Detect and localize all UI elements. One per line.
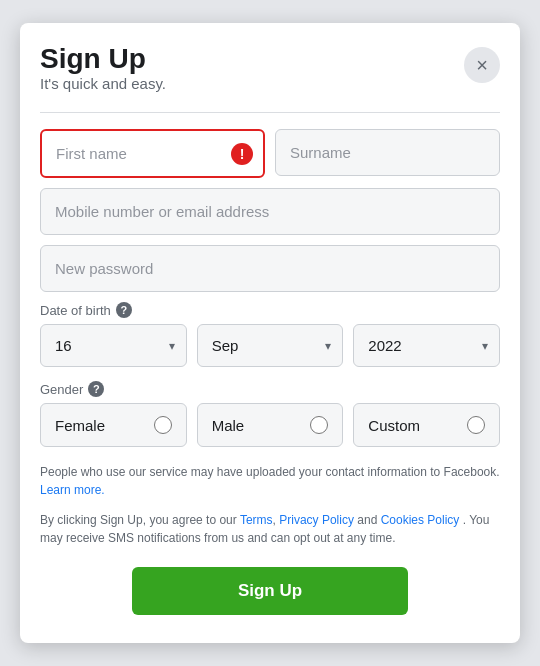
surname-wrapper [275, 129, 500, 178]
contact-info-text: People who use our service may have uplo… [40, 463, 500, 499]
cookies-link[interactable]: Cookies Policy [381, 513, 460, 527]
gender-label-text: Gender [40, 382, 83, 397]
gender-help-icon[interactable]: ? [88, 381, 104, 397]
gender-row: Female Male Custom [40, 403, 500, 447]
privacy-link[interactable]: Privacy Policy [279, 513, 354, 527]
dob-day-select[interactable]: 16 123 456 789 101112 131415 171819 2021… [40, 324, 187, 367]
terms-and: and [357, 513, 380, 527]
dob-row: 16 123 456 789 101112 131415 171819 2021… [40, 324, 500, 367]
first-name-wrapper: ! [40, 129, 265, 178]
close-button[interactable]: × [464, 47, 500, 83]
learn-more-link[interactable]: Learn more. [40, 483, 105, 497]
mobile-wrapper [40, 188, 500, 235]
dob-year-wrapper: 2022 20212020 20192018 20102000 19901980… [353, 324, 500, 367]
gender-male-label: Male [212, 417, 245, 434]
dob-month-select[interactable]: JanFebMar AprMayJun JulAugSep OctNovDec [197, 324, 344, 367]
gender-female-option[interactable]: Female [40, 403, 187, 447]
signup-button[interactable]: Sign Up [132, 567, 408, 615]
signup-modal: Sign Up It's quick and easy. × ! Date of… [20, 23, 520, 643]
gender-female-radio[interactable] [154, 416, 172, 434]
gender-female-label: Female [55, 417, 105, 434]
modal-title-group: Sign Up It's quick and easy. [40, 43, 166, 108]
error-icon: ! [231, 143, 253, 165]
name-row: ! [40, 129, 500, 178]
header-divider [40, 112, 500, 113]
modal-header: Sign Up It's quick and easy. × [40, 43, 500, 108]
mobile-input[interactable] [40, 188, 500, 235]
password-wrapper [40, 245, 500, 292]
password-input[interactable] [40, 245, 500, 292]
dob-year-select[interactable]: 2022 20212020 20192018 20102000 19901980… [353, 324, 500, 367]
dob-month-wrapper: JanFebMar AprMayJun JulAugSep OctNovDec … [197, 324, 344, 367]
modal-title: Sign Up [40, 43, 166, 75]
gender-custom-label: Custom [368, 417, 420, 434]
terms-prefix: By clicking Sign Up, you agree to our [40, 513, 237, 527]
gender-label: Gender ? [40, 381, 500, 397]
terms-link[interactable]: Terms [240, 513, 273, 527]
dob-help-icon[interactable]: ? [116, 302, 132, 318]
contact-info-content: People who use our service may have uplo… [40, 465, 500, 479]
gender-custom-option[interactable]: Custom [353, 403, 500, 447]
terms-text: By clicking Sign Up, you agree to our Te… [40, 511, 500, 547]
surname-input[interactable] [275, 129, 500, 176]
dob-label: Date of birth ? [40, 302, 500, 318]
dob-label-text: Date of birth [40, 303, 111, 318]
dob-day-wrapper: 16 123 456 789 101112 131415 171819 2021… [40, 324, 187, 367]
gender-custom-radio[interactable] [467, 416, 485, 434]
gender-male-option[interactable]: Male [197, 403, 344, 447]
modal-subtitle: It's quick and easy. [40, 75, 166, 92]
close-icon: × [476, 54, 488, 77]
gender-male-radio[interactable] [310, 416, 328, 434]
